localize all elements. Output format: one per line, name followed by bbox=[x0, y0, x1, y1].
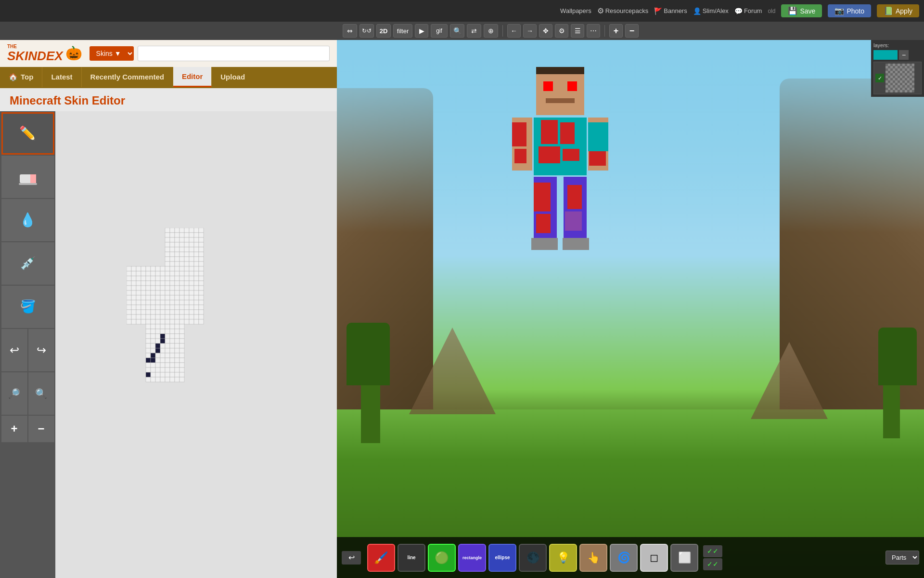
tool-fill[interactable]: 🪣 bbox=[1, 286, 54, 328]
nav-banners[interactable]: 🚩 Banners bbox=[654, 7, 687, 15]
toolbar-settings1[interactable]: ⚙ bbox=[555, 24, 568, 38]
tab-recently-commented[interactable]: Recently Commented bbox=[82, 67, 173, 87]
toolbar-zoom2[interactable]: ⊕ bbox=[484, 24, 498, 38]
svg-rect-26 bbox=[563, 238, 589, 250]
toolbar-mirror[interactable]: ⇔ bbox=[343, 24, 357, 38]
apply-button[interactable]: 📗 Apply bbox=[877, 4, 919, 17]
svg-rect-11 bbox=[539, 146, 560, 163]
svg-rect-2 bbox=[19, 183, 37, 185]
tool-minus[interactable]: − bbox=[28, 416, 54, 442]
toolbar-zoom[interactable]: 🔍 bbox=[450, 24, 464, 38]
layers-label: layers: bbox=[873, 42, 922, 48]
svg-rect-7 bbox=[536, 67, 584, 74]
bottom-tool-lighten[interactable]: 💡 bbox=[549, 544, 577, 572]
logo-pumpkin-icon: 🎃 bbox=[65, 45, 82, 61]
tool-plus[interactable]: + bbox=[1, 416, 27, 442]
svg-rect-20 bbox=[534, 183, 551, 211]
tool-eraser[interactable] bbox=[1, 156, 54, 198]
svg-rect-9 bbox=[541, 120, 558, 144]
toolbar-2d[interactable]: 2D bbox=[376, 24, 391, 38]
svg-rect-10 bbox=[560, 122, 575, 144]
skin-grid[interactable] bbox=[127, 228, 266, 459]
svg-rect-6 bbox=[546, 98, 575, 103]
layer-color-teal[interactable] bbox=[873, 50, 898, 60]
svg-rect-17 bbox=[588, 122, 608, 151]
tab-editor[interactable]: Editor bbox=[173, 67, 212, 87]
skin-canvas[interactable] bbox=[127, 228, 266, 461]
vis-check-2[interactable]: ✓✓ bbox=[703, 558, 722, 570]
bottom-tool-rectangle[interactable]: rectangle bbox=[458, 544, 486, 572]
bottom-tool-blend[interactable]: 🌀 bbox=[610, 544, 638, 572]
svg-rect-18 bbox=[589, 151, 606, 166]
toolbar-move[interactable]: ✥ bbox=[539, 24, 552, 38]
layer-item[interactable]: ✓ bbox=[873, 62, 922, 94]
save-button[interactable]: 💾 Save bbox=[781, 4, 822, 17]
tool-dropper[interactable]: 💧 bbox=[1, 199, 54, 241]
bottom-tool-brush[interactable]: 🖌️ bbox=[367, 544, 395, 572]
tool-undo[interactable]: ↩ bbox=[1, 329, 27, 371]
undo-bottom-button[interactable]: ↩ bbox=[342, 551, 361, 565]
bottom-toolbar: ↩ 🖌️ line 🟢 rectangle ellipse 🌑 💡 👆 🌀 ◻ … bbox=[337, 537, 924, 578]
bottom-tool-eraser2[interactable]: ◻ bbox=[640, 544, 668, 572]
layer-thumbnail bbox=[886, 64, 914, 92]
svg-rect-22 bbox=[531, 238, 558, 250]
nav-forum[interactable]: 💬 Forum bbox=[734, 7, 762, 15]
nav-resourcepacks[interactable]: ⚙ Resourcepacks bbox=[597, 6, 649, 15]
home-icon: 🏠 bbox=[9, 73, 18, 81]
mc-scene: layers: − ✓ ↩ 🖌️ line bbox=[337, 40, 924, 578]
toolbar-arrow-right[interactable]: → bbox=[523, 24, 537, 38]
svg-rect-14 bbox=[512, 122, 526, 146]
tool-pencil[interactable]: ✏️ bbox=[1, 112, 54, 155]
toolbar-gif[interactable]: gif bbox=[431, 24, 448, 38]
toolbar-more1[interactable]: ⋯ bbox=[587, 24, 600, 38]
bottom-tool-ellipse[interactable]: ellipse bbox=[488, 544, 516, 572]
tool-eyedropper[interactable]: 💉 bbox=[1, 242, 54, 285]
tool-zoom-out[interactable]: 🔍 bbox=[28, 372, 54, 415]
photo-button[interactable]: 📷 Photo bbox=[828, 4, 871, 17]
page-title: Minecraft Skin Editor bbox=[0, 88, 337, 111]
layers-panel: layers: − ✓ bbox=[871, 40, 924, 97]
site-nav: 🏠 Top Latest Recently Commented Editor U… bbox=[0, 67, 337, 87]
svg-rect-4 bbox=[543, 81, 553, 91]
toolbar-arrow-left[interactable]: ← bbox=[507, 24, 521, 38]
toolbar-swap[interactable]: ⇄ bbox=[467, 24, 481, 38]
layer-visibility-check[interactable]: ✓ bbox=[875, 74, 884, 82]
skins-dropdown[interactable]: Skins ▼ bbox=[90, 46, 134, 61]
tool-redo[interactable]: ↪ bbox=[28, 329, 54, 371]
toolbar-minus[interactable]: − bbox=[625, 24, 639, 38]
tab-upload[interactable]: Upload bbox=[212, 67, 254, 87]
tool-zoom-in[interactable]: 🔎 bbox=[1, 372, 27, 415]
svg-rect-24 bbox=[567, 185, 582, 209]
toolbar-rotate[interactable]: ↻↺ bbox=[359, 24, 374, 38]
bottom-tool-smudge[interactable]: 👆 bbox=[579, 544, 607, 572]
parts-select[interactable]: Parts Head Body Arms Legs bbox=[886, 551, 919, 565]
svg-rect-5 bbox=[567, 81, 577, 91]
logo-skindex: SKINDEX bbox=[7, 49, 63, 63]
tab-latest[interactable]: Latest bbox=[42, 67, 81, 87]
svg-rect-25 bbox=[565, 211, 582, 231]
svg-rect-1 bbox=[30, 174, 36, 183]
svg-rect-21 bbox=[536, 214, 551, 233]
search-input[interactable] bbox=[138, 46, 330, 61]
tab-top[interactable]: 🏠 Top bbox=[0, 67, 42, 87]
bottom-tool-paint[interactable]: 🟢 bbox=[428, 544, 456, 572]
site-logo[interactable]: THE SKINDEX 🎃 bbox=[7, 44, 82, 63]
toolbar-plus[interactable]: + bbox=[609, 24, 623, 38]
nav-slim-alex[interactable]: 👤 Slim/Alex bbox=[693, 7, 729, 15]
layer-color-minus[interactable]: − bbox=[899, 50, 909, 60]
nav-old: old bbox=[768, 8, 775, 14]
svg-rect-12 bbox=[563, 149, 579, 161]
toolbar-filter[interactable]: filter bbox=[393, 24, 412, 38]
vis-check-1[interactable]: ✓✓ bbox=[703, 545, 722, 557]
bottom-tool-line[interactable]: line bbox=[398, 544, 425, 572]
bottom-tool-select[interactable]: ⬜ bbox=[670, 544, 698, 572]
toolbar-settings2[interactable]: ☰ bbox=[571, 24, 584, 38]
mc-character bbox=[507, 67, 613, 339]
nav-wallpapers[interactable]: Wallpapers bbox=[560, 7, 591, 14]
svg-rect-15 bbox=[514, 149, 526, 163]
bottom-tool-darken[interactable]: 🌑 bbox=[519, 544, 547, 572]
toolbar-play[interactable]: ▶ bbox=[415, 24, 428, 38]
